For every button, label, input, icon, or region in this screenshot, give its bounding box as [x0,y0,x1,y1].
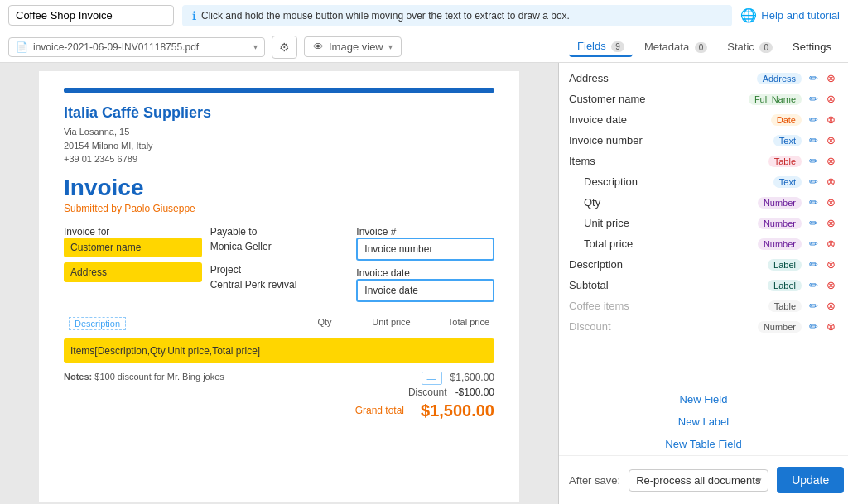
field-name: Coffee items [569,300,764,312]
field-delete-button[interactable]: ⊗ [824,154,838,168]
metadata-badge: 0 [695,42,708,53]
right-footer: After save: Re-process all documents Upd… [559,455,848,504]
top-bar: ℹ Click and hold the mouse button while … [0,0,848,31]
view-label: Image view [329,41,383,53]
blue-header-bar [64,88,494,93]
subtotal-box: — [422,372,442,385]
field-tag: Label [768,280,802,291]
field-delete-button[interactable]: ⊗ [824,92,838,106]
field-tag: Full Name [749,94,802,105]
filename-label: invoice-2021-06-09-INV01118755.pdf [33,41,248,53]
field-tag: Table [768,300,802,312]
field-delete-button[interactable]: ⊗ [824,175,838,189]
table-header: Description Qty Unit price Total price [64,314,494,338]
field-row: Invoice date Date ✏ ⊗ [559,109,848,130]
field-name: Description [584,175,768,188]
fields-badge: 9 [611,41,624,52]
addr-line1: Via Losanna, 15 [64,125,494,139]
field-delete-button[interactable]: ⊗ [824,195,838,209]
field-edit-button[interactable]: ✏ [807,195,821,209]
field-row: Unit price Number ✏ ⊗ [574,213,848,233]
field-edit-button[interactable]: ✏ [807,71,821,85]
field-name: Discount [569,320,753,333]
field-edit-button[interactable]: ✏ [807,175,821,189]
field-name: Unit price [584,217,753,229]
totals-section: — $1,600.00 Discount -$100.00 Grand tota… [355,372,494,420]
tab-settings[interactable]: Settings [784,37,840,56]
field-delete-button[interactable]: ⊗ [824,278,838,292]
field-actions: ✏ ⊗ [807,216,838,230]
items-box: Items[Description,Qty,Unit price,Total p… [64,338,494,363]
field-delete-button[interactable]: ⊗ [824,133,838,147]
after-save-label: After save: [569,474,620,487]
field-edit-button[interactable]: ✏ [807,154,821,168]
right-panel: Address Address ✏ ⊗ Customer name Full N… [559,63,848,504]
invoice-for-col: Invoice for Customer name Address [64,226,202,302]
address-box: Address [64,262,202,282]
help-link[interactable]: 🌐 Help and tutorial [740,7,840,23]
fields-list: Address Address ✏ ⊗ Customer name Full N… [559,63,848,388]
field-delete-button[interactable]: ⊗ [824,216,838,230]
field-edit-button[interactable]: ✏ [807,113,821,127]
after-save-select[interactable]: Re-process all documents [629,469,768,492]
company-address: Via Losanna, 15 20154 Milano MI, Italy +… [64,125,494,166]
field-actions: ✏ ⊗ [807,113,838,127]
project-value: Central Perk revival [210,279,349,290]
field-name: Qty [584,196,753,209]
col-unit-header: Unit price [332,317,411,335]
tab-metadata[interactable]: Metadata 0 [636,37,716,56]
field-delete-button[interactable]: ⊗ [824,71,838,85]
field-edit-button[interactable]: ✏ [807,237,821,251]
new-field-button[interactable]: New Field [559,388,848,410]
field-edit-button[interactable]: ✏ [807,319,821,334]
field-row: Subtotal Label ✏ ⊗ [559,275,848,295]
view-dropdown-arrow: ▾ [388,42,393,51]
field-delete-button[interactable]: ⊗ [824,299,838,313]
field-delete-button[interactable]: ⊗ [824,237,838,251]
grand-total-value: $1,500.00 [421,401,494,420]
field-actions: ✏ ⊗ [807,237,838,251]
view-selector[interactable]: 👁 Image view ▾ [304,36,402,57]
new-label-button[interactable]: New Label [559,410,848,433]
notes-label: Notes: [64,372,92,382]
invoice-for-label: Invoice for [64,226,109,238]
field-actions: ✏ ⊗ [807,299,838,313]
field-name: Address [569,72,752,84]
field-edit-button[interactable]: ✏ [807,133,821,147]
field-actions: ✏ ⊗ [807,71,838,85]
field-name: Invoice number [569,134,768,146]
field-row: Description Label ✏ ⊗ [559,254,848,275]
tab-static[interactable]: Static 0 [719,37,781,56]
right-panel-tabs: Fields 9 Metadata 0 Static 0 Settings [569,36,840,57]
field-tag: Text [773,135,802,146]
field-actions: ✏ ⊗ [807,154,838,168]
field-actions: ✏ ⊗ [807,92,838,106]
field-delete-button[interactable]: ⊗ [824,113,838,127]
field-edit-button[interactable]: ✏ [807,92,821,106]
payable-to-label: Payable to [210,226,258,238]
tab-fields[interactable]: Fields 9 [569,36,633,57]
field-delete-button[interactable]: ⊗ [824,319,838,334]
field-tag: Number [758,218,802,229]
new-table-field-button[interactable]: New Table Field [559,433,848,455]
field-edit-button[interactable]: ✏ [807,299,821,313]
field-row: Coffee items Table ✏ ⊗ [559,295,848,316]
submitted-by: Submitted by Paolo Giuseppe [64,203,494,214]
col-total-header: Total price [411,317,489,335]
field-tag: Date [771,114,802,126]
field-tag: Address [757,73,802,84]
notes-row: Notes: $100 discount for Mr. Bing jokes … [64,372,494,420]
field-edit-button[interactable]: ✏ [807,216,821,230]
filter-button[interactable]: ⚙ [272,36,297,59]
update-button[interactable]: Update [777,467,844,493]
document-title-input[interactable] [8,5,174,26]
field-edit-button[interactable]: ✏ [807,278,821,292]
file-selector[interactable]: 📄 invoice-2021-06-09-INV01118755.pdf ▾ [8,37,265,57]
field-tag: Number [758,321,802,333]
field-tag: Label [768,259,802,271]
field-actions: ✏ ⊗ [807,319,838,334]
field-edit-button[interactable]: ✏ [807,257,821,271]
field-delete-button[interactable]: ⊗ [824,257,838,271]
discount-value: -$100.00 [455,386,494,398]
grand-total-label: Grand total [355,405,404,416]
